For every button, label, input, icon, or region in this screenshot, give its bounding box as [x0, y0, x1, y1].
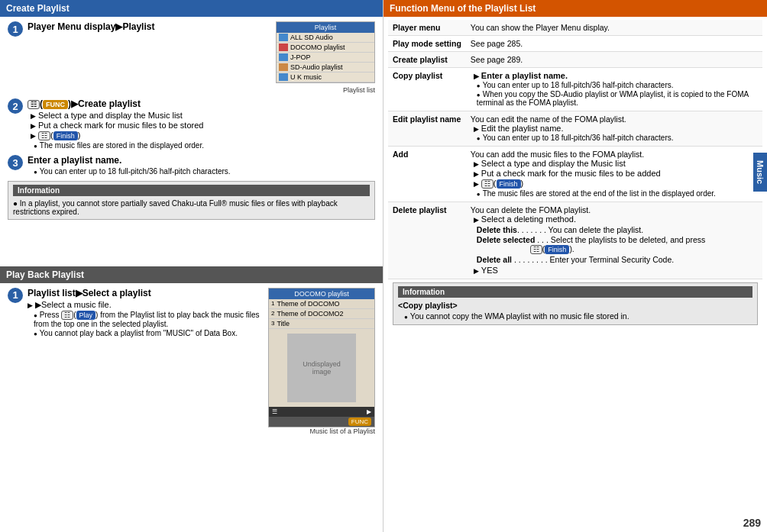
step1-row: 1 Playlist ALL SD Audio DOCOMO playlist … [8, 21, 375, 94]
left-panel: Create Playlist 1 Playlist ALL SD Audio … [0, 0, 384, 532]
table-row-create: Create playlist See page 289. [388, 52, 762, 68]
table-row-play-mode: Play mode setting See page 285. [388, 36, 762, 52]
step3-content: Enter a playlist name. You can enter up … [28, 155, 375, 176]
func-desc-add: You can add the music files to the FOMA … [466, 147, 762, 202]
info-header-1: Information [13, 185, 370, 196]
function-table: Player menu You can show the Player Menu… [388, 20, 762, 279]
step2-content: ☷(FUNC)▶Create playlist Select a type an… [28, 98, 375, 150]
copy-bullet2: When you copy the SD-Audio playlist or W… [477, 90, 758, 107]
playback-header: Play Back Playlist [0, 266, 383, 283]
step1-circle: 1 [8, 21, 23, 37]
playback-content: 1 DOCOMO playlist 1Theme of DOCOMO 2Them… [0, 283, 383, 533]
music-func-bar: FUNC [269, 417, 374, 427]
add-arrow2: Put a check mark for the music files to … [474, 169, 758, 178]
table-row-add: Add You can add the music files to the F… [388, 147, 762, 202]
add-arrow3: ☷(Finish) [474, 179, 758, 189]
func-btn: FUNC [348, 418, 371, 426]
add-arrow1: Select a type and display the Music list [474, 159, 758, 168]
func-desc-play-mode: See page 285. [466, 36, 762, 52]
right-panel: Function Menu of the Playlist List Playe… [384, 0, 767, 532]
info-box-right: Information <Copy playlist> You cannot c… [393, 282, 758, 325]
step3-row: 3 Enter a playlist name. You can enter u… [8, 155, 375, 176]
func-desc-delete: You can delete the FOMA playlist. Select… [466, 202, 762, 279]
finish-icon: ☷ [38, 131, 50, 140]
music-title-bar: DOCOMO playlist [269, 289, 374, 299]
playlist-row1: ALL SD Audio [277, 33, 374, 43]
screenshot-title: Playlist [277, 22, 374, 33]
play-icon: ☷ [61, 311, 73, 320]
music-bottom-bar: ☰ ▶ [269, 407, 374, 417]
playlist-caption: Playlist list [28, 86, 375, 94]
add-finish-key: Finish [497, 179, 521, 189]
music-row3: 3Title [269, 319, 374, 329]
page-number: 289 [743, 517, 761, 529]
func-name-delete: Delete playlist [388, 202, 466, 279]
yes-item: YES [474, 266, 758, 275]
function-menu-title: Function Menu of the Playlist List [390, 3, 536, 14]
add-desc: You can add the music files to the FOMA … [471, 150, 758, 159]
func-name-create: Create playlist [388, 52, 466, 68]
func-name-player-menu: Player menu [388, 20, 466, 36]
info-text-right: You cannot copy the WMA playlist with no… [404, 311, 752, 321]
playlist-row2: DOCOMO playlist [277, 43, 374, 53]
delete-desc: You can delete the FOMA playlist. [471, 205, 758, 214]
playlist-row3: J-POP [277, 53, 374, 63]
music-row1: 1Theme of DOCOMO [269, 299, 374, 309]
func-desc-player-menu: You can show the Player Menu display. [466, 20, 762, 36]
undisplayed-label: Undisplayedimage [303, 360, 341, 376]
step4-content: DOCOMO playlist 1Theme of DOCOMO 2Theme … [28, 288, 375, 435]
playlist-row5: U K music [277, 73, 374, 82]
del-finish-icon: ☷ [530, 245, 542, 254]
func-name-edit: Edit playlist name [388, 111, 466, 147]
step2-line4: ☷(Finish) [31, 131, 375, 140]
delete-all: Delete all . . . . . . . . Enter your Te… [477, 255, 758, 264]
add-bullet1: The music files are stored at the end of… [477, 189, 758, 198]
info-text-1: ● In a playlist, you cannot store partia… [13, 199, 370, 216]
music-icon1: ☰ [272, 408, 277, 415]
table-row-edit: Edit playlist name You can edit the name… [388, 111, 762, 147]
step2-row: 2 ☷(FUNC)▶Create playlist Select a type … [8, 98, 375, 150]
function-menu-header: Function Menu of the Playlist List [384, 0, 767, 17]
table-row-copy: Copy playlist Enter a playlist name. You… [388, 68, 762, 111]
music-tab: Music [753, 153, 767, 192]
create-playlist-header: Create Playlist [0, 0, 383, 17]
music-icon2: ▶ [367, 408, 371, 415]
step4-circle: 1 [8, 288, 23, 303]
step2-bullet: The music files are stored in the displa… [34, 141, 375, 150]
finish-key: Finish [53, 131, 78, 140]
table-row-delete: Delete playlist You can delete the FOMA … [388, 202, 762, 279]
create-playlist-title: Create Playlist [6, 3, 70, 14]
del-finish-key: Finish [545, 245, 569, 254]
delete-arrow1: Select a deleting method. [474, 214, 758, 224]
edit-arrow1: Edit the playlist name. [474, 124, 758, 133]
copy-arrow1: Enter a playlist name. [474, 71, 758, 80]
table-row-player-menu: Player menu You can show the Player Menu… [388, 20, 762, 36]
edit-bullet1: You can enter up to 18 full-pitch/36 hal… [477, 134, 758, 142]
add-finish-icon: ☷ [481, 179, 494, 189]
step2-circle: 2 [8, 98, 23, 114]
func-desc-copy: Enter a playlist name. You can enter up … [466, 68, 762, 111]
info-header-right: Information [398, 286, 752, 298]
copy-bullet1: You can enter up to 18 full-pitch/36 hal… [477, 81, 758, 89]
music-screenshot: DOCOMO playlist 1Theme of DOCOMO 2Theme … [268, 288, 375, 427]
delete-this: Delete this. . . . . . . You can delete … [477, 225, 758, 234]
edit-desc: You can edit the name of the FOMA playli… [471, 114, 758, 124]
func-name-add: Add [388, 147, 466, 202]
step3-circle: 3 [8, 155, 23, 170]
step2-line2: Select a type and display the Music list [31, 111, 375, 120]
func-name-play-mode: Play mode setting [388, 36, 466, 52]
step2-line3: Put a check mark for music files to be s… [31, 121, 375, 130]
right-content: Player menu You can show the Player Menu… [384, 17, 767, 331]
play-key: Play [76, 311, 96, 320]
playback-title: Play Back Playlist [6, 269, 84, 280]
step3-title: Enter a playlist name. [28, 155, 375, 166]
step1-content: Playlist ALL SD Audio DOCOMO playlist J-… [28, 21, 375, 94]
step4-row: 1 DOCOMO playlist 1Theme of DOCOMO 2Them… [8, 288, 375, 435]
func-icon: ☷ [28, 100, 40, 109]
step3-bullet: You can enter up to 18 full-pitch/36 hal… [34, 167, 375, 176]
info-sub-header: <Copy playlist> [398, 301, 752, 310]
func-key: FUNC [43, 100, 68, 109]
func-desc-edit: You can edit the name of the FOMA playli… [466, 111, 762, 147]
music-caption: Music list of a Playlist [28, 427, 375, 435]
playlist-screenshot: Playlist ALL SD Audio DOCOMO playlist J-… [276, 21, 375, 83]
